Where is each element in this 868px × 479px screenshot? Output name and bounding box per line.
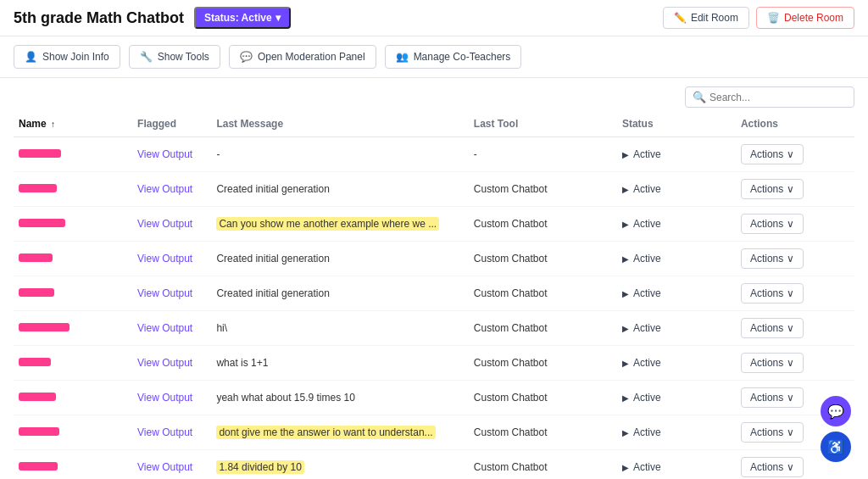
table-row: View Outputwhat is 1+1Custom Chatbot▶Act… bbox=[14, 346, 854, 381]
table-row: View Output--▶ActiveActions ∨ bbox=[14, 137, 854, 172]
page-title: 5th grade Math Chatbot bbox=[14, 9, 184, 27]
view-output-link[interactable]: View Output bbox=[137, 426, 192, 438]
search-input[interactable] bbox=[709, 92, 847, 103]
actions-caret-icon: ∨ bbox=[787, 183, 794, 195]
table-row: View Outputyeah what about 15.9 times 10… bbox=[14, 381, 854, 415]
search-bar: 🔍 bbox=[0, 78, 868, 111]
status-active-indicator: ▶Active bbox=[622, 392, 731, 404]
table-row: View OutputCreated initial generationCus… bbox=[14, 242, 854, 276]
view-output-link[interactable]: View Output bbox=[137, 392, 192, 404]
col-header-name[interactable]: Name ↑ bbox=[14, 111, 132, 137]
cell-actions: Actions ∨ bbox=[736, 137, 854, 172]
accessibility-button[interactable]: ♿ bbox=[821, 432, 851, 462]
view-output-link[interactable]: View Output bbox=[137, 218, 192, 230]
actions-button[interactable]: Actions ∨ bbox=[741, 318, 804, 338]
cell-view-output: View Output bbox=[132, 137, 211, 172]
actions-caret-icon: ∨ bbox=[787, 253, 794, 265]
delete-room-button[interactable]: 🗑️ Delete Room bbox=[756, 7, 854, 29]
status-text: Active bbox=[633, 218, 661, 230]
status-badge-button[interactable]: Status: Active ▾ bbox=[194, 7, 291, 29]
open-moderation-button[interactable]: 💬 Open Moderation Panel bbox=[229, 45, 376, 69]
delete-room-label: Delete Room bbox=[784, 12, 843, 24]
actions-button[interactable]: Actions ∨ bbox=[741, 214, 804, 234]
search-icon: 🔍 bbox=[693, 91, 706, 103]
actions-label: Actions bbox=[750, 357, 783, 369]
col-header-status[interactable]: Status bbox=[617, 111, 736, 137]
cell-actions: Actions ∨ bbox=[736, 207, 854, 242]
status-badge-label: Status: Active bbox=[204, 12, 272, 24]
col-header-last-tool[interactable]: Last Tool bbox=[469, 111, 617, 137]
join-info-label: Show Join Info bbox=[42, 51, 109, 63]
cell-name bbox=[14, 137, 132, 172]
redacted-name-bar bbox=[19, 184, 57, 192]
status-active-indicator: ▶Active bbox=[622, 357, 731, 369]
status-active-indicator: ▶Active bbox=[622, 461, 731, 473]
view-output-link[interactable]: View Output bbox=[137, 148, 192, 160]
show-tools-button[interactable]: 🔧 Show Tools bbox=[129, 45, 220, 69]
status-active-indicator: ▶Active bbox=[622, 287, 731, 299]
actions-label: Actions bbox=[750, 218, 783, 230]
students-table: Name ↑ Flagged Last Message Last Tool St… bbox=[14, 111, 854, 479]
redacted-name-bar bbox=[19, 219, 65, 227]
view-output-link[interactable]: View Output bbox=[137, 357, 192, 369]
redacted-name-bar bbox=[19, 358, 51, 366]
actions-label: Actions bbox=[750, 461, 783, 473]
actions-button[interactable]: Actions ∨ bbox=[741, 353, 804, 373]
actions-button[interactable]: Actions ∨ bbox=[741, 387, 804, 408]
view-output-link[interactable]: View Output bbox=[137, 461, 192, 473]
cell-view-output: View Output bbox=[132, 311, 211, 346]
cell-name bbox=[14, 311, 132, 346]
edit-room-button[interactable]: ✏️ Edit Room bbox=[663, 7, 749, 29]
actions-caret-icon: ∨ bbox=[787, 426, 794, 438]
col-header-flagged[interactable]: Flagged bbox=[132, 111, 211, 137]
view-output-link[interactable]: View Output bbox=[137, 287, 192, 299]
table-wrap: Name ↑ Flagged Last Message Last Tool St… bbox=[0, 111, 868, 479]
cell-name bbox=[14, 381, 132, 415]
view-output-link[interactable]: View Output bbox=[137, 183, 192, 195]
manage-coteachers-button[interactable]: 👥 Manage Co-Teachers bbox=[385, 45, 522, 69]
status-text: Active bbox=[633, 183, 661, 195]
actions-caret-icon: ∨ bbox=[787, 218, 794, 230]
table-header-row: Name ↑ Flagged Last Message Last Tool St… bbox=[14, 111, 854, 137]
status-text: Active bbox=[633, 322, 661, 334]
actions-label: Actions bbox=[750, 253, 783, 265]
status-active-indicator: ▶Active bbox=[622, 218, 731, 230]
cell-view-output: View Output bbox=[132, 172, 211, 207]
cell-last-tool: Custom Chatbot bbox=[469, 415, 617, 450]
cell-status: ▶Active bbox=[617, 207, 736, 242]
cell-actions: Actions ∨ bbox=[736, 276, 854, 311]
redacted-name-bar bbox=[19, 462, 58, 471]
status-text: Active bbox=[633, 357, 661, 369]
cell-last-tool: Custom Chatbot bbox=[469, 311, 617, 346]
moderation-icon: 💬 bbox=[240, 51, 253, 63]
actions-button[interactable]: Actions ∨ bbox=[741, 179, 804, 199]
sort-arrow-icon: ↑ bbox=[51, 120, 55, 129]
cell-last-tool: Custom Chatbot bbox=[469, 207, 617, 242]
actions-label: Actions bbox=[750, 426, 783, 438]
play-icon: ▶ bbox=[622, 393, 629, 403]
cell-status: ▶Active bbox=[617, 450, 736, 480]
cell-last-tool: Custom Chatbot bbox=[469, 381, 617, 415]
cell-status: ▶Active bbox=[617, 137, 736, 172]
cell-view-output: View Output bbox=[132, 450, 211, 480]
actions-button[interactable]: Actions ∨ bbox=[741, 457, 804, 477]
cell-last-tool: Custom Chatbot bbox=[469, 450, 617, 480]
view-output-link[interactable]: View Output bbox=[137, 253, 192, 265]
view-output-link[interactable]: View Output bbox=[137, 322, 192, 334]
cell-last-message: hi\ bbox=[211, 311, 468, 346]
redacted-name-bar bbox=[19, 323, 70, 331]
actions-label: Actions bbox=[750, 392, 783, 404]
play-icon: ▶ bbox=[622, 463, 629, 472]
actions-caret-icon: ∨ bbox=[787, 287, 794, 299]
col-header-last-message[interactable]: Last Message bbox=[211, 111, 468, 137]
actions-button[interactable]: Actions ∨ bbox=[741, 283, 804, 304]
actions-button[interactable]: Actions ∨ bbox=[741, 422, 804, 443]
actions-button[interactable]: Actions ∨ bbox=[741, 144, 804, 164]
status-text: Active bbox=[633, 461, 661, 473]
chat-button[interactable]: 💬 bbox=[821, 396, 851, 426]
actions-button[interactable]: Actions ∨ bbox=[741, 248, 804, 269]
cell-status: ▶Active bbox=[617, 346, 736, 381]
actions-caret-icon: ∨ bbox=[787, 357, 794, 369]
status-text: Active bbox=[633, 148, 661, 160]
show-join-info-button[interactable]: 👤 Show Join Info bbox=[14, 45, 120, 69]
